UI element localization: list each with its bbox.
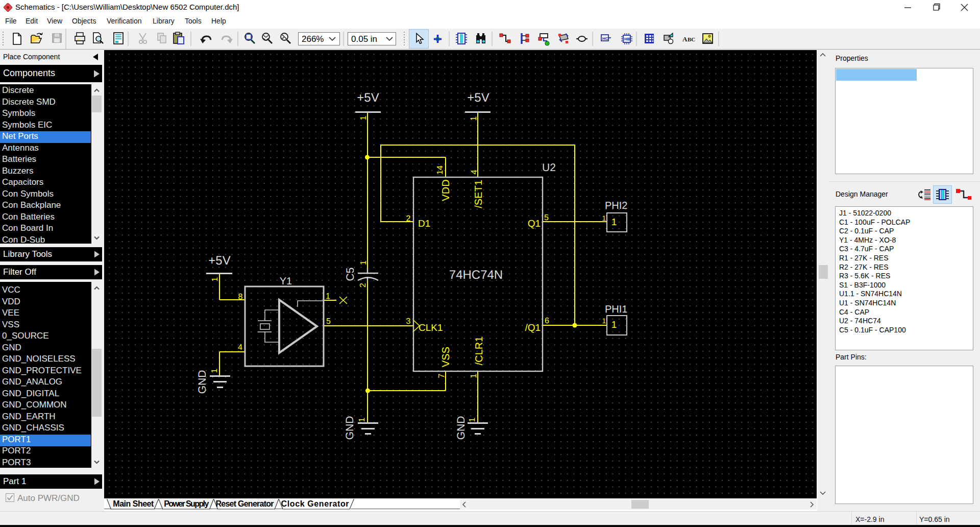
svg-text:CLK1: CLK1 bbox=[419, 323, 443, 333]
svg-text:BC: BC bbox=[688, 36, 695, 42]
svg-text:266%: 266% bbox=[302, 34, 324, 44]
svg-text:/CLR1: /CLR1 bbox=[474, 337, 485, 366]
svg-text:6: 6 bbox=[545, 317, 549, 325]
svg-text:1: 1 bbox=[210, 368, 219, 373]
svg-text:Power Supply: Power Supply bbox=[164, 499, 209, 508]
svg-text:2: 2 bbox=[359, 283, 368, 288]
svg-text:PHI2: PHI2 bbox=[605, 200, 627, 211]
svg-text:1: 1 bbox=[602, 214, 606, 222]
svg-text:/SET1: /SET1 bbox=[473, 180, 484, 208]
svg-text:4: 4 bbox=[238, 343, 242, 352]
svg-text:+5V: +5V bbox=[357, 91, 379, 105]
svg-text:GND: GND bbox=[197, 370, 208, 394]
svg-text:14: 14 bbox=[436, 165, 445, 175]
svg-text:3: 3 bbox=[406, 317, 411, 326]
svg-text:1: 1 bbox=[326, 292, 330, 301]
svg-text:Q1: Q1 bbox=[528, 219, 541, 229]
svg-text:8: 8 bbox=[238, 293, 243, 301]
svg-text:GND: GND bbox=[344, 416, 356, 440]
svg-text:VSS: VSS bbox=[440, 347, 452, 367]
svg-text:1: 1 bbox=[468, 417, 477, 422]
svg-text:1: 1 bbox=[211, 277, 219, 281]
svg-text:0.05 in: 0.05 in bbox=[351, 34, 377, 44]
svg-text:5: 5 bbox=[544, 213, 549, 222]
svg-text:1: 1 bbox=[359, 260, 368, 265]
svg-text:Y1: Y1 bbox=[280, 276, 292, 287]
svg-text:1: 1 bbox=[470, 373, 478, 378]
svg-text:Main Sheet: Main Sheet bbox=[113, 499, 154, 508]
svg-text:1: 1 bbox=[611, 320, 617, 330]
svg-text:PHI1: PHI1 bbox=[605, 304, 627, 315]
svg-text:2: 2 bbox=[406, 214, 411, 223]
svg-text:7: 7 bbox=[437, 373, 446, 378]
svg-text:HB: HB bbox=[624, 37, 630, 41]
svg-text:D1: D1 bbox=[418, 219, 430, 229]
svg-text:GND: GND bbox=[455, 416, 467, 440]
svg-text:/Q1: /Q1 bbox=[525, 323, 541, 333]
svg-text:U2: U2 bbox=[542, 162, 556, 174]
svg-text:+5V: +5V bbox=[208, 254, 230, 268]
svg-text:1: 1 bbox=[470, 116, 478, 121]
svg-text:A: A bbox=[682, 35, 688, 43]
svg-text:VDD: VDD bbox=[440, 179, 452, 201]
svg-text:1: 1 bbox=[602, 317, 606, 325]
svg-text:1: 1 bbox=[358, 417, 366, 422]
svg-text:Clock Generator: Clock Generator bbox=[281, 499, 349, 508]
svg-text:5: 5 bbox=[326, 317, 331, 326]
svg-text:HC: HC bbox=[602, 36, 608, 41]
svg-text:74HC74N: 74HC74N bbox=[449, 268, 503, 282]
svg-text:+5V: +5V bbox=[467, 91, 489, 105]
svg-text:1: 1 bbox=[359, 115, 368, 120]
svg-text:1: 1 bbox=[611, 217, 617, 228]
svg-text:C5: C5 bbox=[345, 268, 356, 281]
svg-text:4: 4 bbox=[470, 170, 479, 174]
svg-text:Reset Generator: Reset Generator bbox=[216, 499, 274, 508]
